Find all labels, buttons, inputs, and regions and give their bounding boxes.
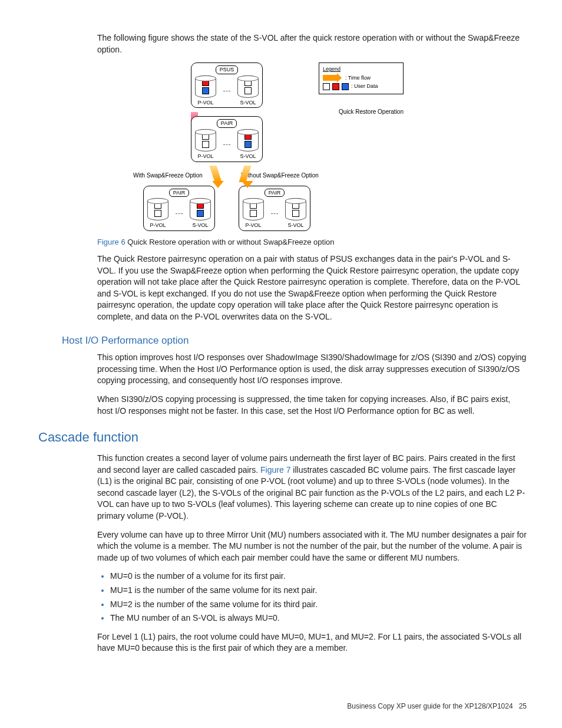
figure-7-link[interactable]: Figure 7 <box>260 465 290 475</box>
heading-cascade-function: Cascade function <box>38 429 527 447</box>
svol-label: S-VOL <box>192 222 208 229</box>
pair-box-without-option: PAIR P-VOL S-VOL <box>239 186 310 231</box>
quick-restore-description: The Quick Restore pairresync operation o… <box>97 253 527 323</box>
svol-label: S-VOL <box>240 153 256 160</box>
pvol-label: P-VOL <box>197 99 213 107</box>
mu-number-list: MU=0 is the number of a volume for its f… <box>97 571 527 624</box>
cylinder-icon <box>237 129 259 151</box>
hostio-paragraph-1: This option improves host I/O responses … <box>97 352 527 387</box>
intro-paragraph: The following figure shows the state of … <box>97 32 527 55</box>
list-item: The MU number of an S-VOL is always MU=0… <box>110 612 527 624</box>
figure-label: Figure 6 <box>97 238 125 246</box>
cylinder-icon <box>237 75 259 98</box>
quick-restore-label: Quick Restore Operation <box>339 108 404 116</box>
list-item: MU=0 is the number of a volume for its f… <box>110 571 527 582</box>
cascade-paragraph-3: For Level 1 (L1) pairs, the root volume … <box>97 631 527 654</box>
svol-label: S-VOL <box>287 222 303 229</box>
with-option-label: With Swap&Freeze Option <box>124 172 212 180</box>
footer-doc-title: Business Copy XP user guide for the XP12… <box>347 702 513 710</box>
hostio-paragraph-2: When SI390/z/OS copying processing is su… <box>97 394 527 417</box>
cylinder-icon <box>195 129 216 151</box>
figure-6-diagram: Legend : Time flow : User Data PSUS <box>97 62 527 231</box>
figure-6-caption: Figure 6 Quick Restore operation with or… <box>97 237 527 248</box>
list-item: MU=1 is the number of the same volume fo… <box>110 585 527 597</box>
cylinder-icon <box>195 75 216 98</box>
cylinder-icon <box>285 198 306 220</box>
pair-box-with-option: PAIR P-VOL S-VOL <box>143 186 215 231</box>
status-psus: PSUS <box>216 65 239 74</box>
status-pair: PAIR <box>169 189 189 197</box>
footer-page-number: 25 <box>519 702 527 710</box>
pvol-label: P-VOL <box>197 153 213 160</box>
cylinder-icon <box>190 198 211 220</box>
cascade-paragraph-2: Every volume can have up to three Mirror… <box>97 529 527 564</box>
cascade-paragraph-1: This function creates a second layer of … <box>97 453 527 522</box>
svol-label: S-VOL <box>240 99 256 107</box>
status-pair: PAIR <box>265 189 285 197</box>
page-footer: Business Copy XP user guide for the XP12… <box>347 701 527 711</box>
pvol-label: P-VOL <box>245 222 261 229</box>
pair-box-middle: PAIR P-VOL S-VOL <box>191 116 263 162</box>
status-pair: PAIR <box>217 119 237 128</box>
cylinder-icon <box>147 198 168 220</box>
figure-caption-text: Quick Restore operation with or without … <box>127 238 334 246</box>
cylinder-icon <box>243 198 264 220</box>
list-item: MU=2 is the number of the same volume fo… <box>110 599 527 611</box>
heading-host-io-performance: Host I/O Performance option <box>62 334 527 348</box>
pvol-label: P-VOL <box>150 222 166 229</box>
psus-pair-box: PSUS P-VOL S-VOL <box>191 62 263 108</box>
